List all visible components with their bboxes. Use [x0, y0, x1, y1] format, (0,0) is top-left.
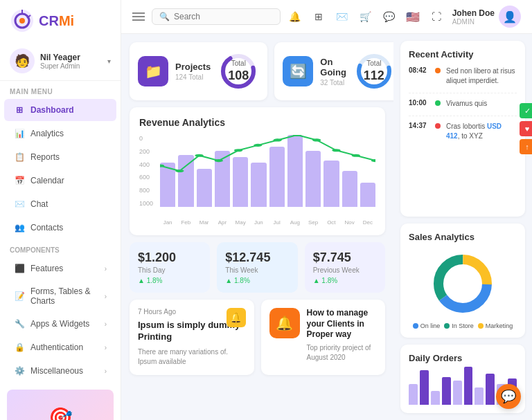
components-title: Components [0, 239, 121, 257]
rs-icon-heart[interactable]: ♥ [520, 121, 532, 136]
stat-info: Projects 124 Total [175, 62, 211, 81]
revenue-analytics-card: Revenue Analytics 1000 800 600 400 200 0 [130, 107, 385, 235]
hamburger-button[interactable] [132, 12, 145, 21]
language-flag[interactable]: 🇺🇸 [405, 9, 420, 24]
chart-y-labels: 1000 800 600 400 200 0 [139, 135, 153, 218]
chart-content [160, 135, 375, 218]
sidebar-item-label: Reports [30, 152, 60, 162]
sidebar: CRMi 🧑 Nil Yeager Super Admin ▾ Main Men… [0, 0, 121, 420]
sales-analytics-title: Sales Analytics [409, 232, 517, 242]
header: 🔍 🔔 ⊞ ✉️ 🛒 💬 🇺🇸 ⛶ Johen Doe ADMIN 👤 [121, 0, 532, 34]
activity-item-1: 08:42 Sed non libero at risus aliquet im… [409, 66, 517, 86]
stat-card-projects: 📁 Projects 124 Total Total 108 [130, 42, 267, 100]
sidebar-item-dashboard[interactable]: ⊞ Dashboard [4, 99, 116, 121]
sales-donut-chart [428, 249, 497, 318]
rs-icon-check[interactable]: ✓ [520, 103, 532, 118]
search-icon: 🔍 [159, 12, 170, 21]
chart-bar [342, 171, 357, 207]
legend-online: On line [413, 322, 441, 329]
stat-card-ongoing: 🔄 On Going 32 Total Total 112 [274, 42, 393, 100]
sidebar-item-features[interactable]: ⬛ Features › [4, 257, 116, 280]
sales-donut-area: On line In Store Marketing [409, 249, 517, 329]
stat-change: ▲ 1.8% [225, 277, 289, 284]
user-dropdown-icon[interactable]: ▾ [107, 57, 111, 65]
sidebar-item-reports[interactable]: 📋 Reports [4, 146, 116, 168]
chart-bar [178, 155, 193, 207]
sidebar-item-label: Features [30, 264, 63, 273]
sidebar-item-label: Apps & Widgets [30, 319, 89, 329]
daily-bar [431, 391, 440, 405]
legend-dot-marketing [478, 323, 484, 329]
sidebar-item-auth[interactable]: 🔒 Authentication › [4, 336, 116, 358]
sidebar-bottom-image: 🎯 [0, 383, 121, 420]
sidebar-item-label: Dashboard [30, 105, 74, 115]
month-label: Dec [360, 219, 375, 226]
sidebar-item-label: Authentication [30, 343, 83, 352]
sidebar-item-calendar[interactable]: 📅 Calendar [4, 170, 116, 192]
logo: CRMi [0, 0, 121, 42]
stats-row: 📁 Projects 124 Total Total 108 [130, 42, 385, 100]
month-label: Mar [197, 219, 212, 226]
forms-icon: 📝 [14, 291, 25, 302]
header-user: Johen Doe ADMIN 👤 [452, 6, 521, 28]
legend-instore: In Store [444, 322, 474, 329]
bubble-icon[interactable]: 💬 [382, 9, 397, 24]
sidebar-item-analytics[interactable]: 📊 Analytics [4, 122, 116, 145]
misc-icon: ⚙️ [14, 365, 25, 376]
month-label: Feb [178, 219, 193, 226]
rs-icon-up[interactable]: ↑ [520, 139, 532, 154]
stat-label: This Day [138, 266, 202, 274]
search-box[interactable]: 🔍 [152, 8, 281, 25]
auth-icon: 🔒 [14, 342, 25, 353]
projects-icon: 📁 [138, 56, 168, 86]
stat-change: ▲ 1.8% [138, 277, 202, 284]
sidebar-item-contacts[interactable]: 👥 Contacts [4, 217, 116, 239]
menu-section-title: Main Menu [0, 81, 121, 98]
activity-time: 14:37 [409, 122, 429, 129]
features-icon: ⬛ [14, 263, 25, 274]
stat-sublabel: 124 Total [175, 73, 211, 81]
daily-bar [409, 384, 418, 405]
header-avatar[interactable]: 👤 [499, 6, 521, 28]
activity-dot [435, 68, 441, 73]
search-input[interactable] [174, 12, 273, 21]
chat-bubble-button[interactable]: 💬 [496, 384, 521, 409]
news-card2-icon: 🔔 [269, 308, 300, 338]
news-body2: Top priority project of August 2020 [307, 343, 378, 363]
sidebar-item-forms[interactable]: 📝 Forms, Tables & Charts › [4, 281, 116, 311]
sidebar-item-chat[interactable]: ✉️ Chat [4, 193, 116, 215]
news-card-1: 7 Hours Ago 🔔 Ipsum is simply dummy Prin… [130, 300, 254, 375]
sidebar-item-apps[interactable]: 🔧 Apps & Widgets › [4, 313, 116, 335]
envelope-icon[interactable]: ✉️ [335, 9, 350, 24]
main-panel: 🔍 🔔 ⊞ ✉️ 🛒 💬 🇺🇸 ⛶ Johen Doe ADMIN 👤 [121, 0, 532, 420]
daily-bar [464, 367, 473, 405]
bottom-news-row: 7 Hours Ago 🔔 Ipsum is simply dummy Prin… [130, 300, 385, 375]
legend-marketing: Marketing [478, 322, 513, 329]
daily-orders-title: Daily Orders [409, 353, 517, 363]
stats-bottom-row: $1.200 This Day ▲ 1.8% $12.745 This Week… [130, 242, 385, 293]
month-label: Nov [342, 219, 357, 226]
stat-total-label: Total [364, 60, 384, 67]
apps-icon: 🔧 [14, 318, 25, 329]
grid-icon[interactable]: ⊞ [311, 9, 326, 24]
stat-prevweek-card: $7.745 Previous Week ▲ 1.8% [305, 242, 385, 293]
sidebar-item-misc[interactable]: ⚙️ Miscellaneous › [4, 360, 116, 382]
stat-label: Previous Week [313, 266, 377, 274]
daily-bar [442, 377, 451, 405]
activity-text: Cras lobortis USD 412, to XYZ [446, 122, 517, 141]
dashboard-icon: ⊞ [14, 104, 25, 116]
right-panel: ✓ ♥ ↑ Recent Activity 08:42 Sed non libe… [393, 34, 532, 420]
recent-activity-title: Recent Activity [409, 49, 517, 60]
ongoing-icon: 🔄 [283, 56, 313, 86]
analytics-icon: 📊 [14, 128, 25, 139]
fullscreen-icon[interactable]: ⛶ [429, 9, 444, 24]
notifications-icon[interactable]: 🔔 [287, 9, 303, 24]
month-label: Sep [305, 219, 321, 226]
chart-bar [323, 161, 339, 207]
stat-change: ▲ 1.8% [313, 277, 377, 284]
cart-icon[interactable]: 🛒 [358, 9, 373, 24]
stat-total-label: Total [228, 60, 249, 67]
legend-dot-instore [444, 323, 450, 329]
month-label: Jun [251, 219, 266, 226]
stat-label: This Week [225, 266, 289, 274]
